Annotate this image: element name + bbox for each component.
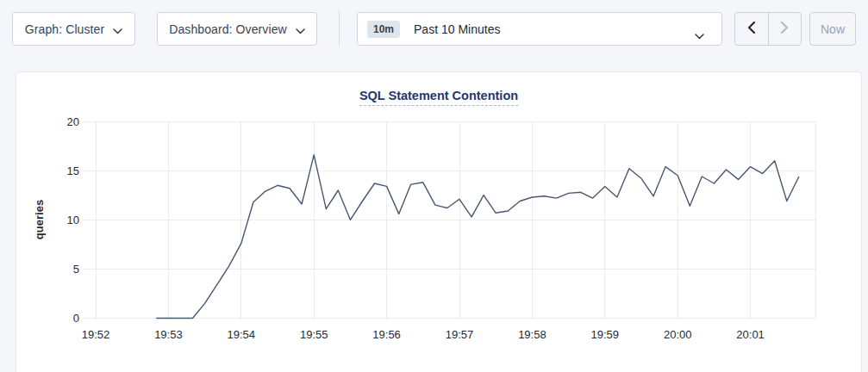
time-range-badge: 10m — [367, 21, 400, 38]
y-tick-label: 20 — [67, 115, 79, 128]
time-range-label: Past 10 Minutes — [414, 22, 500, 36]
now-button[interactable]: Now — [809, 12, 856, 46]
graph-dropdown-label: Graph: Cluster — [25, 22, 104, 36]
chevron-right-icon — [781, 22, 789, 37]
time-forward-button[interactable] — [769, 13, 802, 45]
graph-dropdown[interactable]: Graph: Cluster — [12, 12, 135, 46]
y-tick-label: 5 — [73, 263, 79, 276]
chart-title-row: SQL Statement Contention — [16, 88, 861, 106]
chevron-down-icon — [113, 23, 122, 37]
chart-card: SQL Statement Contention 0510152019:5219… — [16, 71, 862, 372]
x-tick-label: 20:01 — [736, 328, 765, 341]
chevron-left-icon — [747, 22, 755, 37]
time-back-button[interactable] — [735, 13, 769, 45]
chevron-down-icon — [695, 28, 704, 43]
chevron-down-icon — [296, 23, 305, 37]
chart-title[interactable]: SQL Statement Contention — [359, 89, 518, 106]
x-tick-label: 20:00 — [664, 328, 692, 341]
x-tick-label: 19:56 — [372, 328, 401, 341]
x-tick-label: 19:58 — [518, 328, 546, 341]
y-tick-label: 0 — [73, 312, 79, 325]
y-axis-title: queries — [33, 200, 46, 239]
dashboard-dropdown-label: Dashboard: Overview — [169, 22, 287, 36]
time-step-button-group — [734, 12, 802, 46]
y-tick-label: 15 — [67, 164, 79, 177]
x-tick-label: 19:55 — [300, 328, 328, 341]
x-tick-label: 19:57 — [446, 328, 474, 341]
chart-plot-area[interactable]: 0510152019:5219:5319:5419:5519:5619:5719… — [16, 114, 863, 372]
x-tick-label: 19:54 — [228, 328, 256, 341]
x-tick-label: 19:53 — [154, 328, 183, 341]
line-chart-svg: 0510152019:5219:5319:5419:5519:5619:5719… — [16, 114, 863, 372]
time-range-selector[interactable]: 10m Past 10 Minutes — [357, 12, 722, 46]
x-tick-label: 19:59 — [591, 328, 620, 341]
x-tick-label: 19:52 — [82, 328, 110, 341]
y-tick-label: 10 — [67, 214, 79, 226]
toolbar-divider — [339, 10, 340, 46]
dashboard-dropdown[interactable]: Dashboard: Overview — [157, 12, 317, 46]
series-line — [156, 155, 799, 319]
